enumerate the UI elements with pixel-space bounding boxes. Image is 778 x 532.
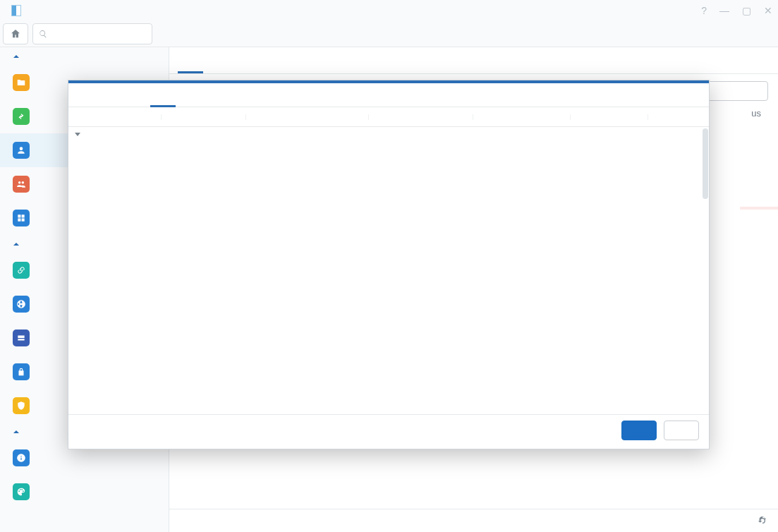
modal-tab-speed-limit[interactable] [176,94,201,107]
ok-button[interactable] [621,421,657,440]
minimize-icon[interactable]: — [719,5,729,16]
modal-tab-quota[interactable] [150,94,176,107]
sidebar-search[interactable] [32,23,152,44]
main-tabs [169,47,778,74]
col-description[interactable] [162,114,246,120]
status-fragment-disabled [740,207,778,210]
col-effective-quota[interactable] [369,114,473,120]
palette-icon [13,483,30,500]
col-quota[interactable] [571,114,648,120]
modal-tabs [68,94,709,107]
modal-title [68,80,709,94]
triangle-down-icon[interactable] [74,131,81,138]
link-icon [13,262,30,279]
modal-tab-permissions[interactable] [125,94,150,107]
modal-tab-info[interactable] [74,94,99,107]
modal-tab-user-groups[interactable] [99,94,125,107]
modal-footer [68,415,709,449]
network-icon [13,330,30,346]
scrollbar[interactable] [703,128,708,199]
col-used-capacity[interactable] [246,114,369,120]
close-icon[interactable]: ✕ [764,5,772,16]
sidebar-search-input[interactable] [51,29,146,40]
chevron-up-icon [13,53,20,60]
user-edit-modal [68,80,710,449]
group-icon [13,176,30,193]
dhcp-icon [13,363,30,380]
info-icon [13,449,30,466]
titlebar: ? — ▢ ✕ [0,0,778,21]
shield-icon [13,397,30,414]
home-button[interactable] [3,23,28,44]
main-footer [169,509,778,532]
col-volume[interactable] [68,114,162,120]
volume-group-row[interactable] [68,127,709,141]
help-icon[interactable]: ? [701,5,707,16]
folder-icon [13,74,30,91]
maximize-icon[interactable]: ▢ [742,5,751,16]
chevron-up-icon [13,428,20,435]
user-icon [13,142,30,159]
globe-icon [13,296,30,313]
search-icon [39,29,47,39]
quota-table [68,107,709,415]
tab-advanced[interactable] [203,47,229,73]
sidebar-item-theme[interactable] [0,475,169,509]
sidebar-group-file-sharing[interactable] [0,47,169,66]
col-unit[interactable] [648,114,691,120]
tab-user[interactable] [178,47,203,73]
column-fragment: us [751,108,761,119]
refresh-icon[interactable] [757,515,768,526]
chevron-up-icon [13,241,20,248]
cancel-button[interactable] [664,421,699,440]
toolbar [0,21,778,47]
quota-table-header [68,107,709,127]
col-group-quota[interactable] [473,114,571,120]
transfer-icon [13,108,30,125]
domain-icon [13,210,30,226]
app-icon [11,5,21,16]
